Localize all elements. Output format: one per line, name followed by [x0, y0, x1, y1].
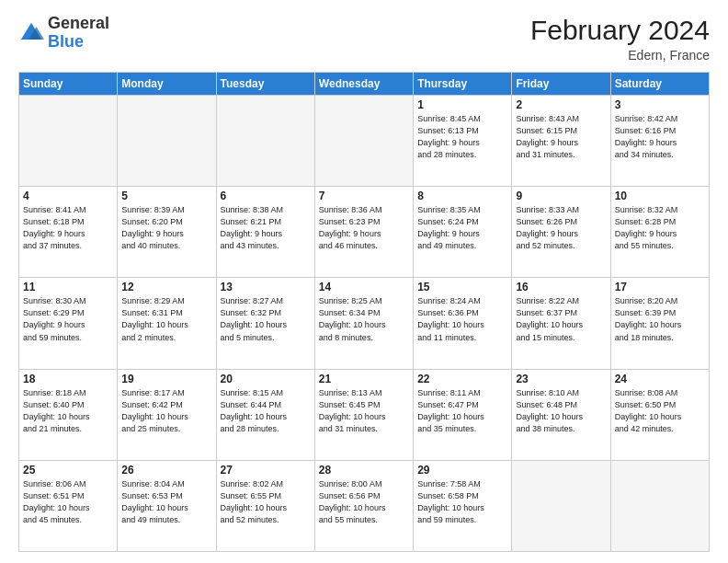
- day-info: Sunrise: 8:22 AM Sunset: 6:37 PM Dayligh…: [516, 295, 606, 343]
- calendar-cell: 6Sunrise: 8:38 AM Sunset: 6:21 PM Daylig…: [216, 187, 314, 278]
- day-number: 7: [319, 190, 409, 202]
- calendar-cell: 14Sunrise: 8:25 AM Sunset: 6:34 PM Dayli…: [314, 278, 413, 369]
- day-info: Sunrise: 8:00 AM Sunset: 6:56 PM Dayligh…: [319, 478, 409, 526]
- day-number: 12: [121, 281, 211, 293]
- calendar-cell: [19, 96, 118, 187]
- calendar-cell: 28Sunrise: 8:00 AM Sunset: 6:56 PM Dayli…: [314, 460, 413, 551]
- day-number: 15: [417, 281, 507, 293]
- day-number: 13: [221, 281, 311, 293]
- calendar-cell: 8Sunrise: 8:35 AM Sunset: 6:24 PM Daylig…: [414, 187, 512, 278]
- month-year: February 2024: [530, 15, 710, 46]
- day-info: Sunrise: 7:58 AM Sunset: 6:58 PM Dayligh…: [417, 478, 507, 526]
- calendar-cell: 11Sunrise: 8:30 AM Sunset: 6:29 PM Dayli…: [19, 278, 118, 369]
- day-number: 25: [23, 464, 113, 477]
- calendar-cell: 1Sunrise: 8:45 AM Sunset: 6:13 PM Daylig…: [414, 96, 512, 187]
- day-number: 23: [516, 373, 606, 385]
- day-number: 14: [319, 281, 409, 293]
- day-number: 29: [417, 464, 507, 477]
- day-number: 3: [615, 98, 705, 111]
- day-number: 2: [516, 98, 606, 111]
- day-number: 18: [23, 373, 113, 385]
- day-info: Sunrise: 8:25 AM Sunset: 6:34 PM Dayligh…: [319, 295, 409, 343]
- day-number: 9: [516, 190, 606, 202]
- calendar-week-3: 18Sunrise: 8:18 AM Sunset: 6:40 PM Dayli…: [19, 369, 710, 460]
- calendar-cell: 19Sunrise: 8:17 AM Sunset: 6:42 PM Dayli…: [118, 369, 216, 460]
- day-info: Sunrise: 8:02 AM Sunset: 6:55 PM Dayligh…: [221, 478, 311, 526]
- calendar-cell: [512, 460, 610, 551]
- calendar-cell: 2Sunrise: 8:43 AM Sunset: 6:15 PM Daylig…: [512, 96, 610, 187]
- day-info: Sunrise: 8:27 AM Sunset: 6:32 PM Dayligh…: [221, 295, 311, 343]
- calendar-header-friday: Friday: [512, 73, 610, 96]
- calendar-cell: 21Sunrise: 8:13 AM Sunset: 6:45 PM Dayli…: [314, 369, 413, 460]
- title-block: February 2024 Edern, France: [530, 15, 710, 63]
- calendar-header-tuesday: Tuesday: [216, 73, 314, 96]
- calendar-cell: 3Sunrise: 8:42 AM Sunset: 6:16 PM Daylig…: [610, 96, 709, 187]
- day-info: Sunrise: 8:13 AM Sunset: 6:45 PM Dayligh…: [319, 387, 409, 435]
- calendar-cell: [314, 96, 413, 187]
- calendar-cell: 7Sunrise: 8:36 AM Sunset: 6:23 PM Daylig…: [314, 187, 413, 278]
- header: General Blue February 2024 Edern, France: [18, 15, 710, 63]
- day-info: Sunrise: 8:41 AM Sunset: 6:18 PM Dayligh…: [23, 204, 113, 252]
- calendar-cell: 4Sunrise: 8:41 AM Sunset: 6:18 PM Daylig…: [19, 187, 118, 278]
- day-info: Sunrise: 8:15 AM Sunset: 6:44 PM Dayligh…: [221, 387, 311, 435]
- day-info: Sunrise: 8:11 AM Sunset: 6:47 PM Dayligh…: [417, 387, 507, 435]
- calendar-cell: 13Sunrise: 8:27 AM Sunset: 6:32 PM Dayli…: [216, 278, 314, 369]
- calendar-cell: 29Sunrise: 7:58 AM Sunset: 6:58 PM Dayli…: [414, 460, 512, 551]
- calendar-cell: 23Sunrise: 8:10 AM Sunset: 6:48 PM Dayli…: [512, 369, 610, 460]
- day-number: 27: [221, 464, 311, 477]
- calendar-cell: 26Sunrise: 8:04 AM Sunset: 6:53 PM Dayli…: [118, 460, 216, 551]
- calendar-cell: 20Sunrise: 8:15 AM Sunset: 6:44 PM Dayli…: [216, 369, 314, 460]
- day-info: Sunrise: 8:32 AM Sunset: 6:28 PM Dayligh…: [615, 204, 705, 252]
- logo-general: General: [48, 14, 109, 32]
- day-info: Sunrise: 8:29 AM Sunset: 6:31 PM Dayligh…: [121, 295, 211, 343]
- day-info: Sunrise: 8:08 AM Sunset: 6:50 PM Dayligh…: [615, 387, 705, 435]
- calendar-cell: 18Sunrise: 8:18 AM Sunset: 6:40 PM Dayli…: [19, 369, 118, 460]
- calendar-week-0: 1Sunrise: 8:45 AM Sunset: 6:13 PM Daylig…: [19, 96, 710, 187]
- calendar-cell: 24Sunrise: 8:08 AM Sunset: 6:50 PM Dayli…: [610, 369, 709, 460]
- page: General Blue February 2024 Edern, France…: [0, 0, 728, 563]
- day-info: Sunrise: 8:38 AM Sunset: 6:21 PM Dayligh…: [221, 204, 311, 252]
- day-info: Sunrise: 8:36 AM Sunset: 6:23 PM Dayligh…: [319, 204, 409, 252]
- day-info: Sunrise: 8:35 AM Sunset: 6:24 PM Dayligh…: [417, 204, 507, 252]
- calendar-header-row: SundayMondayTuesdayWednesdayThursdayFrid…: [19, 73, 710, 96]
- day-number: 26: [121, 464, 211, 477]
- calendar-cell: 17Sunrise: 8:20 AM Sunset: 6:39 PM Dayli…: [610, 278, 709, 369]
- logo-text: General Blue: [48, 15, 109, 52]
- day-info: Sunrise: 8:39 AM Sunset: 6:20 PM Dayligh…: [121, 204, 211, 252]
- calendar-header-sunday: Sunday: [19, 73, 118, 96]
- calendar: SundayMondayTuesdayWednesdayThursdayFrid…: [18, 72, 710, 552]
- day-number: 17: [615, 281, 705, 293]
- logo: General Blue: [18, 15, 109, 52]
- day-info: Sunrise: 8:33 AM Sunset: 6:26 PM Dayligh…: [516, 204, 606, 252]
- calendar-cell: [216, 96, 314, 187]
- logo-blue: Blue: [48, 32, 84, 51]
- calendar-cell: 22Sunrise: 8:11 AM Sunset: 6:47 PM Dayli…: [414, 369, 512, 460]
- day-info: Sunrise: 8:24 AM Sunset: 6:36 PM Dayligh…: [417, 295, 507, 343]
- day-number: 6: [221, 190, 311, 202]
- logo-icon: [18, 20, 44, 46]
- day-number: 24: [615, 373, 705, 385]
- calendar-week-2: 11Sunrise: 8:30 AM Sunset: 6:29 PM Dayli…: [19, 278, 710, 369]
- day-info: Sunrise: 8:20 AM Sunset: 6:39 PM Dayligh…: [615, 295, 705, 343]
- day-info: Sunrise: 8:04 AM Sunset: 6:53 PM Dayligh…: [121, 478, 211, 526]
- calendar-cell: 5Sunrise: 8:39 AM Sunset: 6:20 PM Daylig…: [118, 187, 216, 278]
- calendar-week-1: 4Sunrise: 8:41 AM Sunset: 6:18 PM Daylig…: [19, 187, 710, 278]
- day-info: Sunrise: 8:42 AM Sunset: 6:16 PM Dayligh…: [615, 113, 705, 161]
- day-number: 8: [417, 190, 507, 202]
- calendar-cell: 16Sunrise: 8:22 AM Sunset: 6:37 PM Dayli…: [512, 278, 610, 369]
- day-number: 4: [23, 190, 113, 202]
- day-info: Sunrise: 8:45 AM Sunset: 6:13 PM Dayligh…: [417, 113, 507, 161]
- calendar-header-wednesday: Wednesday: [314, 73, 413, 96]
- calendar-cell: 12Sunrise: 8:29 AM Sunset: 6:31 PM Dayli…: [118, 278, 216, 369]
- day-info: Sunrise: 8:06 AM Sunset: 6:51 PM Dayligh…: [23, 478, 113, 526]
- calendar-cell: 15Sunrise: 8:24 AM Sunset: 6:36 PM Dayli…: [414, 278, 512, 369]
- day-info: Sunrise: 8:17 AM Sunset: 6:42 PM Dayligh…: [121, 387, 211, 435]
- day-number: 21: [319, 373, 409, 385]
- day-info: Sunrise: 8:43 AM Sunset: 6:15 PM Dayligh…: [516, 113, 606, 161]
- day-number: 10: [615, 190, 705, 202]
- calendar-header-saturday: Saturday: [610, 73, 709, 96]
- calendar-week-4: 25Sunrise: 8:06 AM Sunset: 6:51 PM Dayli…: [19, 460, 710, 551]
- day-info: Sunrise: 8:30 AM Sunset: 6:29 PM Dayligh…: [23, 295, 113, 343]
- location: Edern, France: [530, 48, 710, 63]
- calendar-cell: [610, 460, 709, 551]
